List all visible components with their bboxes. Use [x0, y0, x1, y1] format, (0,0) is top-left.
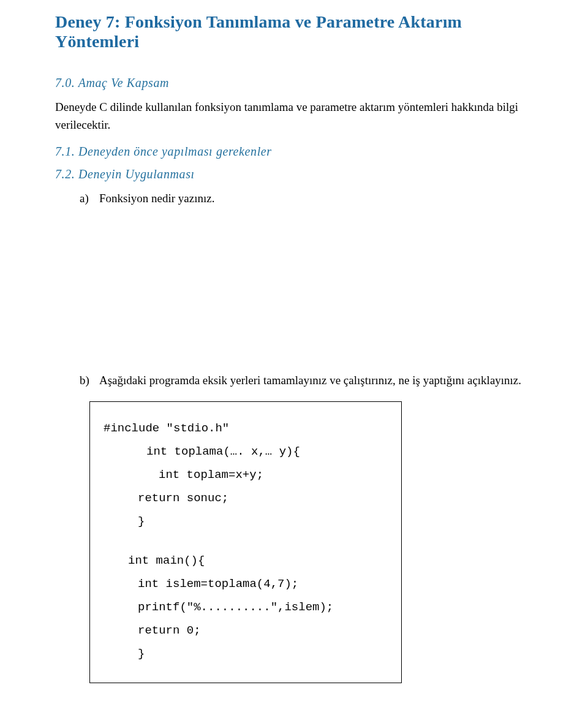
section-body-7-0: Deneyde C dilinde kullanılan fonksiyon t…	[55, 99, 533, 134]
code-line: #include "stdio.h"	[104, 417, 388, 440]
code-line: int islem=toplama(4,7);	[104, 572, 388, 596]
code-line: int toplama(…. x,… y){	[104, 440, 388, 463]
code-line: printf("%..........",islem);	[104, 596, 388, 619]
blank-answer-space	[55, 219, 533, 372]
code-sample-box: #include "stdio.h"int toplama(…. x,… y){…	[89, 401, 402, 683]
page-container: Deney 7: Fonksiyon Tanımlama ve Parametr…	[0, 0, 588, 704]
ordered-list-b: b) Aşağıdaki programda eksik yerleri tam…	[80, 372, 533, 390]
list-item-b: b) Aşağıdaki programda eksik yerleri tam…	[80, 372, 533, 390]
code-line: return sonuc;	[104, 486, 388, 510]
list-item-a: a) Fonksiyon nedir yazınız.	[80, 190, 533, 208]
section-heading-7-0: 7.0. Amaç Ve Kapsam	[55, 76, 533, 90]
section-heading-7-2: 7.2. Deneyin Uygulanması	[55, 167, 533, 181]
code-line: }	[104, 642, 388, 665]
list-marker-a: a)	[80, 190, 93, 208]
code-line: return 0;	[104, 619, 388, 642]
code-line: int main(){	[104, 549, 388, 572]
code-line: int toplam=x+y;	[104, 463, 388, 486]
list-text-a: Fonksiyon nedir yazınız.	[99, 190, 214, 208]
section-heading-7-1: 7.1. Deneyden önce yapılması gerekenler	[55, 145, 533, 159]
document-title: Deney 7: Fonksiyon Tanımlama ve Parametr…	[55, 12, 533, 51]
list-text-b: Aşağıdaki programda eksik yerleri tamaml…	[99, 372, 521, 390]
code-line: }	[104, 510, 388, 533]
ordered-list: a) Fonksiyon nedir yazınız.	[80, 190, 533, 208]
list-marker-b: b)	[80, 372, 93, 390]
